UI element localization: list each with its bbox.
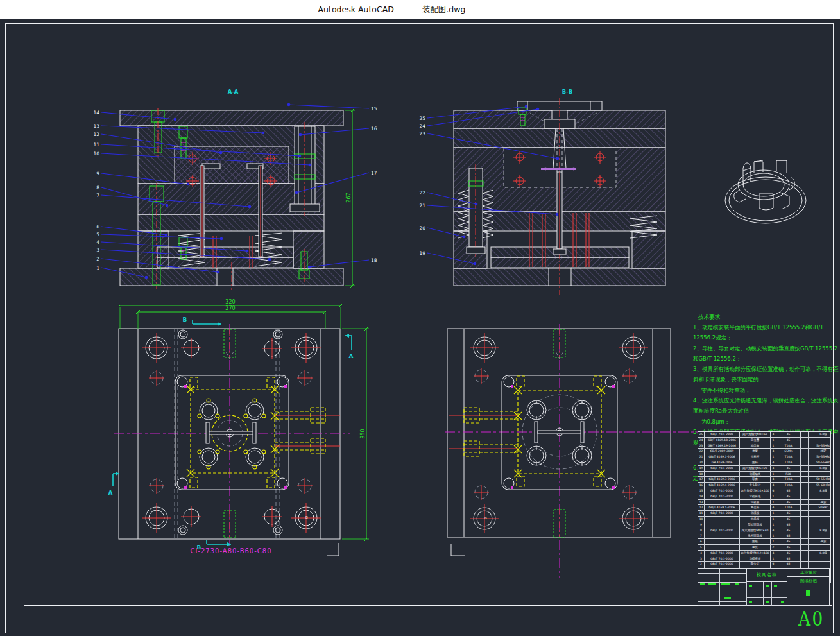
bom-cell: 型芯固定板 <box>739 522 770 528</box>
bom-cell: GB/T 4169.1-2006 <box>704 505 739 510</box>
bom-row: 8GB/T 70.1-2000内六角螺钉M10×404458.8级 <box>698 528 830 533</box>
bom-cell: 推板 <box>739 539 770 544</box>
app-title: Autodesk AutoCAD <box>318 4 394 15</box>
bom-row: 22GB/T 2089-2009弹簧465Mn淬硬 <box>698 448 830 454</box>
bom-cell <box>800 466 808 471</box>
bom-cell: 动模板 <box>739 511 770 516</box>
title-block: 模具名称 工业单位 图纸标记 <box>698 568 830 606</box>
bom-cell <box>808 494 816 499</box>
bom-cell <box>808 511 816 516</box>
bom-row: 15GB/T 70.1-2000内六角螺钉M10×1004458.8级 <box>698 488 830 494</box>
bom-cell: T10A <box>776 460 800 465</box>
bom-cell: 8.8级 <box>816 466 830 471</box>
bom-cell: 1 <box>770 500 776 505</box>
bom-cell: 定模座板 <box>739 494 770 499</box>
bom-cell: 9 <box>698 522 704 528</box>
bom-cell <box>808 472 816 477</box>
bom-cell: 内六角螺钉M8×60 <box>739 432 770 437</box>
bom-cell: 7 <box>698 533 704 538</box>
bom-cell <box>816 522 830 528</box>
bom-cell: 45 <box>776 488 800 494</box>
bom-cell <box>816 472 830 477</box>
bom-cell: GB/T 70.1-2000 <box>704 494 739 499</box>
bom-cell: 45 <box>776 551 800 556</box>
bom-cell: 4 <box>770 551 776 556</box>
bom-cell <box>704 533 739 538</box>
bom-cell: 支承板 <box>739 517 770 522</box>
bom-cell: 4 <box>770 460 776 465</box>
bom-cell: 1 <box>770 522 776 528</box>
bom-cell: 内六角螺钉M10×40 <box>739 528 770 533</box>
bom-cell <box>816 494 830 499</box>
bom-cell <box>808 551 816 556</box>
bom-cell <box>808 449 816 454</box>
bom-cell <box>800 443 808 449</box>
bom-row: 5垫块245 <box>698 544 830 550</box>
bom-cell: 45 <box>776 432 800 437</box>
bom-cell: 18 <box>698 472 704 477</box>
bom-cell <box>808 517 816 522</box>
bom-row: 14GB/T 70.1-2000定模座板145 <box>698 494 830 499</box>
bom-cell: GB/T 4169.4-2006 <box>704 483 739 488</box>
bom-row: 4GB/T 70.1-2000内六角螺钉M12×1204458.8级 <box>698 550 830 556</box>
title-block-unit: 工业单位 <box>787 569 830 577</box>
drawing-canvas[interactable]: A-AB-B1413121110987654321151617182524232… <box>0 19 840 636</box>
bom-cell <box>800 517 808 522</box>
bom-cell: 8.8级 <box>816 551 830 556</box>
bom-cell: 拉料杆 <box>739 454 770 460</box>
bom-cell: 45 <box>776 533 800 538</box>
bom-cell <box>816 533 830 538</box>
bom-row: 12GB/T 4169.1-2006复位杆4T10A50HRC <box>698 504 830 510</box>
bom-cell: 调质 <box>816 500 830 505</box>
note-line: 零件不得相对窜动； <box>693 385 839 395</box>
bom-cell: 25 <box>698 432 704 437</box>
bom-cell: 动模座板 <box>739 556 770 562</box>
window-titlebar[interactable]: Autodesk AutoCAD 装配图.dwg <box>0 0 840 19</box>
bom-row: 7推杆固定板145 <box>698 533 830 538</box>
bom-cell: 45 <box>776 438 800 443</box>
sheet-size-label: A0 <box>798 607 825 630</box>
bom-cell <box>704 545 739 550</box>
bom-cell: 弹簧 <box>739 449 770 454</box>
bom-row: 3GB/T 70.1-2000动模座板145 <box>698 556 830 562</box>
bom-row: 23GB/T 4169.19-2006浇口套1T10A50-55HRC <box>698 443 830 449</box>
bom-cell: 4 <box>770 488 776 494</box>
bom-cell <box>808 556 816 562</box>
bom-cell: 定位圈 <box>739 438 770 443</box>
bom-cell: 15 <box>698 488 704 494</box>
bom-cell <box>808 562 816 567</box>
bom-table[interactable]: 25GB/T 70.1-2000内六角螺钉M8×604458.8级24GB/T … <box>698 431 831 583</box>
bom-cell <box>808 483 816 488</box>
bom-cell: 浇口套 <box>739 443 770 449</box>
bom-cell: 定模板 <box>739 500 770 505</box>
bom-cell: GB/T 4169.18-2006 <box>704 438 739 443</box>
bom-cell: GB/T 70.1-2000 <box>704 432 739 437</box>
bom-cell: 11 <box>698 511 704 516</box>
bom-cell: 淬硬 <box>816 449 830 454</box>
bom-cell: 65Mn <box>776 449 800 454</box>
bom-cell: 50-55HRC <box>816 477 830 482</box>
bom-cell: 4 <box>770 466 776 471</box>
bom-cell <box>808 454 816 460</box>
bom-row: 19GB/T 70.1-2000内六角螺钉M6×204458.8级 <box>698 465 830 471</box>
bom-cell <box>800 488 808 494</box>
bom-cell: 17 <box>698 477 704 482</box>
note-line: 2、导柱、导套对定、动模安装面的垂直度按GB/T 12555.2和GB/T 12… <box>693 343 839 365</box>
bom-cell: 4 <box>770 477 776 482</box>
bom-cell: 45 <box>776 545 800 550</box>
bom-cell: GB/T 4169.19-2006 <box>704 443 739 449</box>
bom-cell: 1 <box>770 511 776 516</box>
bom-cell <box>816 545 830 550</box>
bom-cell: 21 <box>698 454 704 460</box>
bom-cell <box>816 517 830 522</box>
bom-cell <box>816 511 830 516</box>
note-line: 为0.8μm； <box>693 417 839 427</box>
bom-cell <box>800 545 808 550</box>
bom-cell <box>808 466 816 471</box>
bom-cell <box>704 500 739 505</box>
bom-cell: 45 <box>776 466 800 471</box>
bom-cell: 1 <box>770 494 776 499</box>
bom-cell: GB/T 70.1-2000 <box>704 466 739 471</box>
bom-cell <box>808 432 816 437</box>
bom-cell: 16 <box>698 483 704 488</box>
